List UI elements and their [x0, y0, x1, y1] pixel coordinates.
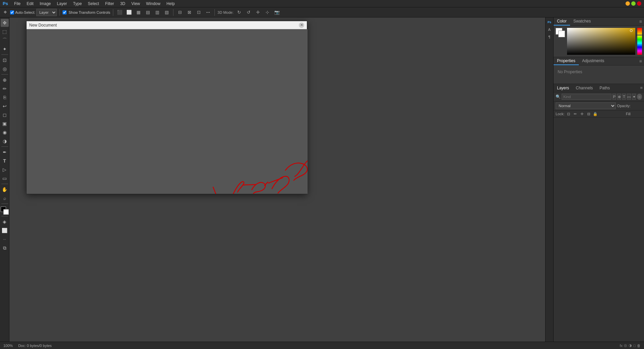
document-close-button[interactable]: ✕ — [299, 23, 304, 28]
canvas-area[interactable]: New Document ✕ — [9, 17, 545, 342]
layers-filter-shape-btn[interactable]: ▭ — [627, 94, 631, 100]
layers-filter-pixel-btn[interactable]: P — [612, 94, 616, 100]
layers-filter-toggle[interactable]: ○ — [637, 94, 642, 100]
tab-channels[interactable]: Channels — [572, 84, 596, 92]
menu-help[interactable]: Help — [164, 1, 177, 7]
text-button[interactable]: T — [1, 157, 9, 165]
3d-roll-button[interactable]: ↺ — [245, 9, 252, 16]
clone-stamp-button[interactable]: ⎘ — [1, 93, 9, 101]
panel-strip-icon-2[interactable]: A — [546, 26, 553, 33]
brush-button[interactable]: ✏ — [1, 85, 9, 93]
menu-type[interactable]: Type — [70, 1, 84, 7]
screen-mode-button[interactable]: ⬜ — [1, 226, 9, 234]
properties-panel-menu-icon[interactable]: ≡ — [639, 58, 642, 64]
tab-swatches[interactable]: Swatches — [570, 17, 594, 26]
status-new-group-icon[interactable]: □ — [633, 344, 636, 348]
zoom-button[interactable]: ⌕ — [1, 194, 9, 202]
distribute-button[interactable]: ⊟ — [176, 9, 184, 16]
3d-pan-button[interactable]: ✛ — [254, 9, 262, 16]
document-canvas[interactable] — [27, 29, 308, 194]
3d-orbit-button[interactable]: ↻ — [236, 9, 243, 16]
align-bottom-button[interactable]: ▧ — [163, 9, 170, 16]
maximize-button[interactable] — [631, 1, 636, 6]
menu-layer[interactable]: Layer — [54, 1, 70, 7]
blend-mode-select[interactable]: Normal Dissolve Multiply Screen Overlay — [556, 102, 616, 109]
pen-button[interactable]: ✒ — [1, 148, 9, 156]
move-tool-button[interactable]: ✥ — [1, 19, 9, 27]
close-button[interactable] — [637, 1, 641, 6]
color-panel-options: ≡ — [639, 17, 644, 26]
status-new-fill-icon[interactable]: ◑ — [629, 343, 632, 348]
minimize-button[interactable] — [626, 1, 630, 6]
tab-layers[interactable]: Layers — [554, 84, 572, 92]
lock-all-btn[interactable]: 🔒 — [593, 111, 598, 117]
properties-panel-options: ≡ — [639, 57, 644, 65]
align-right-button[interactable]: ▦ — [135, 9, 142, 16]
tab-adjustments[interactable]: Adjustments — [579, 57, 608, 65]
eyedropper-button[interactable]: ◎ — [1, 65, 9, 73]
tool-mode-select[interactable]: Layer Group — [36, 9, 57, 16]
menu-image[interactable]: Image — [37, 1, 53, 7]
menu-select[interactable]: Select — [85, 1, 102, 7]
menu-edit[interactable]: Edit — [24, 1, 36, 7]
menu-view[interactable]: View — [129, 1, 143, 7]
more-tools-button[interactable]: ··· — [1, 235, 9, 243]
gradient-button[interactable]: ▣ — [1, 120, 9, 128]
layers-panel-menu-icon[interactable]: ≡ — [639, 84, 644, 92]
layers-search-input[interactable] — [562, 94, 611, 100]
panel-strip-icon-1[interactable]: Ps — [546, 19, 553, 26]
path-select-button[interactable]: ▷ — [1, 166, 9, 174]
menu-3d[interactable]: 3D — [117, 1, 128, 7]
status-delete-icon[interactable]: 🗑 — [637, 344, 641, 348]
eraser-button[interactable]: ◻ — [1, 111, 9, 119]
more-options-button[interactable]: ··· — [204, 9, 212, 16]
align-center-v-button[interactable]: ▥ — [154, 9, 161, 16]
menu-filter[interactable]: Filter — [103, 1, 117, 7]
tab-paths[interactable]: Paths — [596, 84, 613, 92]
auto-select-checkbox[interactable] — [10, 10, 14, 14]
align-left-button[interactable]: ⬛ — [116, 9, 123, 16]
align-center-h-button[interactable]: ⬜ — [125, 9, 133, 16]
status-mask-icon[interactable]: ◎ — [624, 343, 627, 348]
crop-button[interactable]: ⊡ — [1, 56, 9, 64]
lock-pixels-btn[interactable]: ✏ — [572, 111, 578, 117]
align-top-button[interactable]: ▤ — [144, 9, 152, 16]
hue-slider[interactable] — [637, 28, 642, 55]
dodge-button[interactable]: ◑ — [1, 137, 9, 145]
color-gradient-box[interactable] — [567, 28, 635, 55]
background-swatch[interactable] — [558, 31, 565, 37]
menu-file[interactable]: File — [11, 1, 23, 7]
tab-color[interactable]: Color — [554, 17, 570, 26]
panel-strip-icon-3[interactable]: ¶ — [546, 34, 553, 40]
shape-button[interactable]: ▭ — [1, 174, 9, 182]
quick-mask-button[interactable]: ◈ — [1, 218, 9, 226]
blur-button[interactable]: ◉ — [1, 128, 9, 136]
hand-button[interactable]: ✋ — [1, 185, 9, 193]
lock-position-btn[interactable]: ✛ — [579, 111, 585, 117]
history-brush-button[interactable]: ↩ — [1, 102, 9, 110]
show-transform-checkbox[interactable] — [63, 10, 67, 14]
status-zoom: 100% — [3, 344, 13, 348]
layers-filter-smart-btn[interactable]: ✦ — [632, 94, 636, 100]
magic-wand-button[interactable]: ✦ — [1, 45, 9, 53]
lock-transparent-btn[interactable]: ⊡ — [566, 111, 571, 117]
layers-filter-adjust-btn[interactable]: ⊕ — [617, 94, 621, 100]
layers-panel: Layers Channels Paths ≡ 🔍 P ⊕ T ▭ ✦ ○ — [554, 84, 644, 342]
color-panel-menu-icon[interactable]: ≡ — [639, 19, 642, 24]
menu-window[interactable]: Window — [144, 1, 163, 7]
3d-scale-button[interactable]: 📷 — [273, 9, 281, 16]
3d-slide-button[interactable]: ⊹ — [264, 9, 271, 16]
distribute2-button[interactable]: ⊠ — [186, 9, 193, 16]
background-color[interactable] — [3, 209, 9, 215]
lock-artboard-btn[interactable]: ⊟ — [586, 111, 591, 117]
layers-filter-text-btn[interactable]: T — [622, 94, 626, 100]
distribute3-button[interactable]: ⊡ — [195, 9, 202, 16]
rectangular-marquee-button[interactable]: ⬚ — [1, 28, 9, 36]
lasso-button[interactable]: ⌒ — [1, 36, 9, 44]
tab-properties[interactable]: Properties — [554, 57, 579, 65]
separator-3 — [173, 9, 173, 16]
spot-healing-button[interactable]: ⊕ — [1, 76, 9, 84]
artboard-button[interactable]: ⧉ — [1, 244, 9, 252]
status-fx-icon[interactable]: fx — [620, 344, 623, 348]
tool-sep-1 — [1, 54, 8, 55]
